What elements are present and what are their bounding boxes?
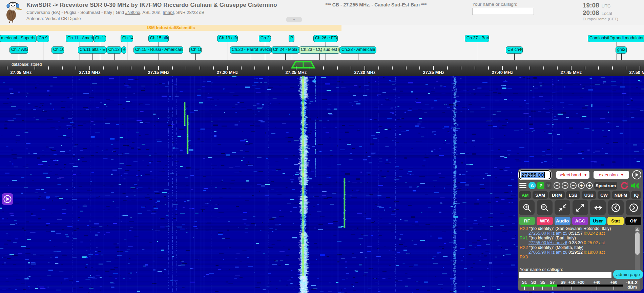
dx-label-stem <box>159 54 159 60</box>
dx-label[interactable]: gm2 <box>616 46 627 54</box>
zoom-to-band-button[interactable] <box>555 200 570 215</box>
minor-tick <box>213 66 214 70</box>
select-band-dropdown[interactable]: select band▼ <box>556 171 589 179</box>
s-meter-tick <box>614 287 614 290</box>
dx-label[interactable]: Ch.20 - Parrot Svezia <box>230 46 271 54</box>
timezone: Europe/Rome (CET) <box>583 17 640 21</box>
dx-label[interactable]: Ch.13 <box>106 46 122 54</box>
tab-stat[interactable]: Stat <box>607 217 623 225</box>
frequency-input[interactable]: 27255.00 <box>519 170 551 179</box>
mode-button-cw[interactable]: CW <box>598 191 610 199</box>
tab-user[interactable]: User <box>590 217 606 225</box>
s-meter-scale-label: S1 <box>522 280 527 285</box>
scale-frequency-label: 27.50 MHz <box>629 70 644 75</box>
grid-link[interactable]: JN80nx <box>125 10 140 15</box>
dx-label[interactable]: Ch.14 <box>121 35 133 42</box>
external-link-button[interactable] <box>537 182 544 189</box>
mute-button[interactable] <box>630 181 640 190</box>
dx-label[interactable]: Ch.15 alfa <box>148 35 169 42</box>
dx-label-stem <box>319 54 320 60</box>
zoom-in-button[interactable] <box>519 200 535 215</box>
spectrum-toggle-button[interactable]: Spectrum <box>594 182 617 190</box>
dx-label[interactable]: Ch.23 - CQ sud est B <box>299 46 340 54</box>
callsign-input-top[interactable] <box>472 8 534 15</box>
zoom-out-max-button[interactable] <box>573 200 588 215</box>
zoom-out-button[interactable] <box>537 200 553 215</box>
tab-agc[interactable]: AGC <box>572 217 588 225</box>
dx-label[interactable]: Ch.15 - Russi - Americani <box>133 46 183 54</box>
dx-label[interactable]: Ch.26 e FT8 <box>313 35 338 42</box>
dx-label[interactable]: Ch.22 <box>259 35 271 42</box>
dx-label[interactable]: Camionisti "grandi modulator <box>588 35 644 42</box>
dx-label[interactable]: Ch.37 - Bari <box>465 35 489 42</box>
shift-right-button[interactable] <box>626 200 641 215</box>
extension-dropdown[interactable]: extension▼ <box>594 171 629 179</box>
mode-button-usb[interactable]: USB <box>582 191 596 199</box>
refresh-button[interactable] <box>620 181 628 190</box>
chevron-down-icon: ▼ <box>620 173 624 177</box>
dx-label[interactable]: Ch.10 <box>51 46 64 54</box>
menu-icon[interactable] <box>519 183 526 189</box>
scroll-up-arrow[interactable] <box>635 228 639 231</box>
chevron-down-icon: ▼ <box>293 18 296 21</box>
dx-label[interactable]: CB ch40 <box>506 46 523 54</box>
s-meter-tick <box>597 287 597 290</box>
passband-marker[interactable] <box>291 60 316 70</box>
waterfall-autoscale-button[interactable]: A <box>528 182 536 189</box>
mode-button-nbfm[interactable]: NBFM <box>612 191 630 199</box>
minor-tick <box>337 66 338 70</box>
mode-button-drm[interactable]: DRM <box>549 191 565 199</box>
s-meter-tick <box>533 287 534 290</box>
panel-scrollbar-thumb[interactable] <box>635 232 640 255</box>
page-scroll-button[interactable] <box>590 200 606 215</box>
frequency-scale[interactable]: database: stored 27.05 MHz27.10 MHz27.15… <box>0 60 644 76</box>
scale-frequency-label: 27.45 MHz <box>561 70 582 75</box>
dx-label[interactable]: Ch.12 <box>94 35 106 42</box>
dx-label[interactable]: Ch.18 <box>189 46 202 54</box>
shift-left-button[interactable] <box>608 200 624 215</box>
audio-start-button[interactable] <box>632 170 641 179</box>
speaker-icon <box>630 181 640 190</box>
mode-button-lsb[interactable]: LSB <box>566 191 580 199</box>
s-meter-scale-label: +40 <box>594 280 600 285</box>
wf-max-increase2-button[interactable]: + <box>586 182 593 189</box>
dx-label-stem <box>195 54 196 60</box>
dx-label[interactable]: Ch.19 alfa <box>217 35 238 42</box>
open-control-panel-button[interactable] <box>2 193 13 205</box>
rx-frequency-link[interactable]: 27255.00 kHz am z5 <box>528 231 567 236</box>
dx-label[interactable]: mericani - Superbow <box>0 35 37 42</box>
mode-button-iq[interactable]: IQ <box>631 191 641 199</box>
tab-rf[interactable]: RF <box>519 217 535 225</box>
mode-button-row: AMSAMDRMLSBUSBCWNBFMIQ <box>519 191 641 199</box>
admin-page-button[interactable]: admin page <box>613 270 643 279</box>
database-status: database: stored <box>12 62 42 67</box>
rx-id: RX1 <box>520 236 528 240</box>
dx-label[interactable]: Ch.7 Alfa <box>9 46 28 54</box>
wf-min-decrease3-button[interactable]: − <box>570 182 577 189</box>
dx-label[interactable]: e <box>122 46 126 54</box>
tab-wf6[interactable]: WF6 <box>537 217 553 225</box>
dx-label[interactable]: Ch.11 alfa - E <box>78 46 106 54</box>
mode-button-am[interactable]: AM <box>519 191 531 199</box>
rx-frequency-link[interactable]: 27255.00 kHz am z6 <box>528 240 567 245</box>
tab-audio[interactable]: Audio <box>555 217 570 225</box>
wf-min-decrease-button[interactable]: − <box>554 182 560 189</box>
major-tick <box>21 66 21 70</box>
rx-frequency-link[interactable]: 27065.90 kHz am z6 <box>528 250 567 255</box>
wf-min-decrease2-button[interactable]: − <box>562 182 568 189</box>
dx-label[interactable]: Ch.24 - Mola d <box>271 46 299 54</box>
dx-label[interactable]: P <box>289 35 294 42</box>
header-collapse-button[interactable]: ▼ <box>286 17 302 22</box>
mode-button-sam[interactable]: SAM <box>533 191 548 199</box>
scale-frequency-label: 27.05 MHz <box>11 70 32 75</box>
wf-max-increase-button[interactable]: + <box>578 182 585 189</box>
dx-label[interactable]: Ch.11 - Ameri <box>66 35 94 42</box>
tab-off[interactable]: Off <box>625 217 641 225</box>
map-link[interactable]: [map] <box>163 10 174 15</box>
dx-label[interactable]: Ch.9 <box>37 35 49 42</box>
dx-label[interactable]: Ch.28 - Americani <box>340 46 376 54</box>
signal-level-dbm: -84.2 <box>626 279 638 285</box>
panel-callsign-input[interactable] <box>519 272 611 278</box>
rx-entry-detail: 27255.00 kHz am z6 0:38:30 0:25:02 act <box>520 241 634 246</box>
minor-tick <box>76 66 76 70</box>
